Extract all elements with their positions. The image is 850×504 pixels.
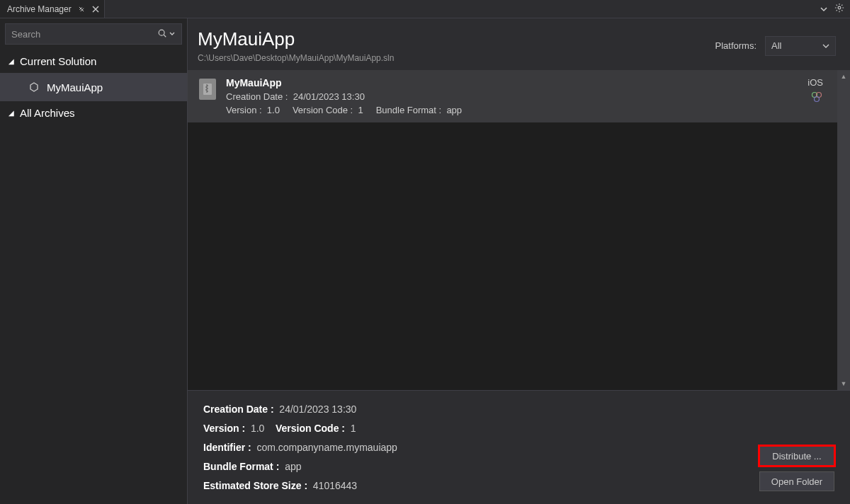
expand-icon: ◢	[8, 57, 14, 65]
ios-platform-icon	[808, 91, 823, 106]
svg-point-6	[815, 97, 820, 102]
svg-point-0	[838, 6, 841, 9]
search-icon[interactable]	[157, 28, 167, 40]
sidebar-item-all-archives[interactable]: ◢ All Archives	[0, 101, 187, 125]
archive-file-icon	[199, 79, 216, 100]
sidebar-item-mymauiapp[interactable]: MyMauiApp	[0, 73, 187, 101]
platforms-dropdown[interactable]: All	[765, 36, 836, 56]
gear-icon[interactable]	[834, 3, 844, 15]
sidebar: ◢ Current Solution MyMauiApp ◢ All Archi…	[0, 18, 188, 504]
window-dropdown-icon[interactable]	[820, 4, 827, 14]
detail-version: Version : 1.0 Version Code : 1	[203, 423, 759, 434]
details-pane: Creation Date : 24/01/2023 13:30 Version…	[188, 390, 850, 504]
archive-list-empty-area	[188, 122, 837, 390]
scrollbar[interactable]: ▲ ▼	[837, 70, 850, 390]
hexagon-icon	[28, 81, 40, 93]
platforms-value: All	[771, 40, 781, 51]
svg-marker-2	[30, 83, 38, 91]
search-box[interactable]	[5, 23, 182, 45]
archive-name: MyMauiApp	[226, 77, 798, 88]
archive-platform-label: iOS	[808, 77, 823, 88]
content-header: MyMauiApp C:\Users\Dave\Desktop\MyMauiAp…	[188, 18, 850, 70]
chevron-down-icon[interactable]	[169, 29, 176, 40]
platforms-label: Platforms:	[715, 40, 756, 51]
detail-creation-date: Creation Date : 24/01/2023 13:30	[203, 403, 759, 415]
detail-bundle-format: Bundle Format : app	[203, 461, 759, 472]
detail-store-size: Estimated Store Size : 41016443	[203, 480, 759, 491]
sidebar-item-label: All Archives	[20, 107, 75, 119]
archive-list-item[interactable]: MyMauiApp Creation Date : 24/01/2023 13:…	[188, 70, 837, 122]
expand-icon: ◢	[8, 109, 14, 117]
sidebar-item-label: Current Solution	[20, 55, 96, 67]
detail-identifier: Identifier : com.companyname.mymauiapp	[203, 442, 759, 453]
page-title: MyMauiApp	[198, 28, 715, 50]
open-folder-button[interactable]: Open Folder	[759, 471, 834, 491]
scroll-up-icon[interactable]: ▲	[837, 70, 850, 83]
distribute-button[interactable]: Distribute ...	[759, 446, 834, 466]
sidebar-item-label: MyMauiApp	[47, 81, 103, 93]
svg-rect-3	[203, 84, 212, 95]
tab-title: Archive Manager	[7, 4, 72, 14]
solution-path: C:\Users\Dave\Desktop\MyMauiApp\MyMauiAp…	[198, 53, 715, 63]
tab-archive-manager[interactable]: Archive Manager	[0, 0, 105, 18]
sidebar-item-current-solution[interactable]: ◢ Current Solution	[0, 50, 187, 73]
close-icon[interactable]	[91, 5, 100, 13]
chevron-down-icon	[822, 40, 829, 51]
search-input[interactable]	[11, 29, 157, 40]
svg-point-1	[159, 30, 164, 35]
title-bar: Archive Manager	[0, 0, 850, 18]
scroll-down-icon[interactable]: ▼	[837, 377, 850, 390]
pin-icon[interactable]	[77, 5, 86, 13]
